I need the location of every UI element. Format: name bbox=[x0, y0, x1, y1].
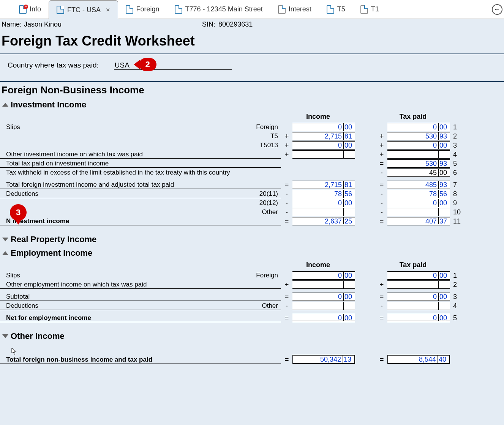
divider bbox=[0, 81, 504, 82]
tab-t5[interactable]: T5 bbox=[319, 0, 353, 19]
taxpaid-field[interactable]: 000 bbox=[387, 199, 450, 207]
country-input[interactable]: USA 2 bbox=[114, 61, 232, 70]
income-field[interactable]: 000 bbox=[292, 199, 355, 207]
income-field[interactable]: 000 bbox=[292, 271, 355, 280]
income-field[interactable] bbox=[292, 302, 355, 310]
divider bbox=[0, 54, 504, 54]
operator: + bbox=[281, 281, 292, 289]
row-sublabel: Foreign bbox=[256, 123, 281, 131]
line-number: 1 bbox=[450, 123, 461, 131]
line-number: 10 bbox=[450, 208, 461, 216]
subsection-other[interactable]: Other Income bbox=[2, 331, 504, 341]
income-field[interactable] bbox=[292, 150, 355, 159]
name-label: Name: bbox=[2, 20, 22, 28]
taxpaid-field[interactable]: 40737 bbox=[387, 217, 450, 225]
sin-label: SIN: bbox=[202, 20, 215, 28]
country-row: Country where tax was paid: USA 2 bbox=[8, 61, 504, 70]
subsection-label: Other Income bbox=[11, 331, 65, 341]
tab-foreign[interactable]: Foreign bbox=[118, 0, 167, 19]
operator: - bbox=[376, 169, 387, 177]
taxpaid-field[interactable]: 000 bbox=[387, 123, 450, 131]
income-field[interactable] bbox=[292, 208, 355, 216]
subsection-real-property[interactable]: Real Property Income bbox=[2, 235, 504, 244]
operator: + bbox=[376, 151, 387, 159]
employment-rows: SlipsForeign0000001Other employment inco… bbox=[0, 271, 504, 322]
income-field[interactable]: 2,71581 bbox=[292, 181, 355, 189]
document-plain-icon bbox=[278, 5, 286, 14]
row-sublabel: 20(11) bbox=[259, 190, 281, 198]
row-sublabel: Other bbox=[262, 302, 281, 310]
taxpaid-field[interactable]: 53093 bbox=[387, 159, 450, 168]
line-row: SlipsForeign0000001 bbox=[0, 271, 504, 280]
operator: + bbox=[376, 281, 387, 289]
document-icon bbox=[126, 5, 133, 14]
row-sublabel: 20(12) bbox=[259, 199, 281, 207]
row-label: Other investment income on which tax was… bbox=[6, 151, 143, 158]
income-field[interactable]: 000 bbox=[292, 293, 355, 301]
tab-info[interactable]: Info bbox=[11, 0, 49, 19]
taxpaid-field[interactable]: 000 bbox=[387, 141, 450, 150]
tab-interest[interactable]: Interest bbox=[270, 0, 319, 19]
line-number: 2 bbox=[450, 132, 461, 140]
taxpaid-field[interactable]: 48593 bbox=[387, 181, 450, 189]
row-label: Deductions bbox=[6, 302, 38, 310]
taxpaid-field[interactable]: 4500 bbox=[387, 168, 450, 177]
chevron-down-icon bbox=[2, 238, 8, 241]
taxpaid-field[interactable]: 7856 bbox=[387, 190, 450, 198]
back-arrow-icon[interactable]: ← bbox=[492, 4, 502, 15]
income-field[interactable]: 000 bbox=[292, 123, 355, 131]
taxpaid-field[interactable]: 000 bbox=[387, 293, 450, 301]
total-income-field[interactable]: 50,34213 bbox=[292, 355, 355, 364]
annotation-2: 2 bbox=[139, 58, 156, 71]
row-sublabel: T5 bbox=[270, 132, 281, 140]
taxpaid-field[interactable] bbox=[387, 302, 450, 310]
subsection-label: Investment Income bbox=[11, 100, 86, 110]
taxpaid-field[interactable]: 53093 bbox=[387, 132, 450, 140]
tab-t776[interactable]: T776 - 12345 Main Street bbox=[167, 0, 270, 19]
row-label: Other employment income on which tax was… bbox=[6, 281, 147, 288]
subsection-label: Employment Income bbox=[11, 248, 92, 258]
subsection-investment[interactable]: Investment Income bbox=[2, 100, 504, 110]
line-row: DeductionsOther--4 bbox=[0, 301, 504, 310]
line-row: Net for employment income=000=0005 bbox=[0, 313, 504, 322]
total-taxpaid-field[interactable]: 8,54440 bbox=[387, 355, 450, 364]
document-error-icon bbox=[19, 5, 27, 14]
document-plain-icon bbox=[360, 5, 368, 14]
line-row: Total tax paid on investment income=5309… bbox=[0, 159, 504, 168]
tab-label: Info bbox=[30, 5, 41, 13]
taxpaid-field[interactable] bbox=[387, 150, 450, 159]
name-value: Jason Kinou bbox=[24, 20, 62, 28]
income-field[interactable]: 000 bbox=[292, 314, 355, 322]
tab-label: T5 bbox=[337, 5, 345, 13]
tab-t1[interactable]: T1 bbox=[353, 0, 387, 19]
row-label: Net for employment income bbox=[6, 314, 91, 322]
income-field[interactable]: 2,63725 bbox=[292, 217, 355, 225]
income-field[interactable]: 000 bbox=[292, 141, 355, 150]
column-headers: Income Tax paid bbox=[0, 261, 504, 269]
income-field[interactable]: 7856 bbox=[292, 190, 355, 198]
taxpaid-field[interactable] bbox=[387, 208, 450, 216]
taxpaid-field[interactable] bbox=[387, 280, 450, 289]
row-sublabel: T5013 bbox=[260, 142, 281, 149]
close-icon[interactable]: × bbox=[106, 6, 110, 14]
taxpaid-field[interactable]: 000 bbox=[387, 271, 450, 280]
line-number: 5 bbox=[450, 160, 461, 168]
operator: - bbox=[376, 190, 387, 198]
operator: + bbox=[281, 132, 292, 140]
col-taxpaid: Tax paid bbox=[376, 261, 450, 269]
subsection-employment[interactable]: Employment Income bbox=[2, 248, 504, 258]
tab-label: T1 bbox=[371, 5, 379, 13]
row-label: Slips bbox=[6, 123, 20, 131]
col-income: Income bbox=[281, 261, 355, 269]
line-row: Other--10 bbox=[0, 207, 504, 216]
income-field[interactable]: 2,71581 bbox=[292, 132, 355, 140]
col-income: Income bbox=[281, 113, 355, 121]
line-number: 11 bbox=[450, 217, 461, 225]
operator: + bbox=[281, 151, 292, 159]
row-sublabel: Other bbox=[262, 208, 281, 216]
income-field[interactable] bbox=[292, 280, 355, 289]
taxpaid-field[interactable]: 000 bbox=[387, 314, 450, 322]
tab-ftc-usa[interactable]: FTC - USA × bbox=[49, 0, 118, 19]
document-icon bbox=[175, 5, 182, 14]
document-icon bbox=[57, 6, 64, 14]
